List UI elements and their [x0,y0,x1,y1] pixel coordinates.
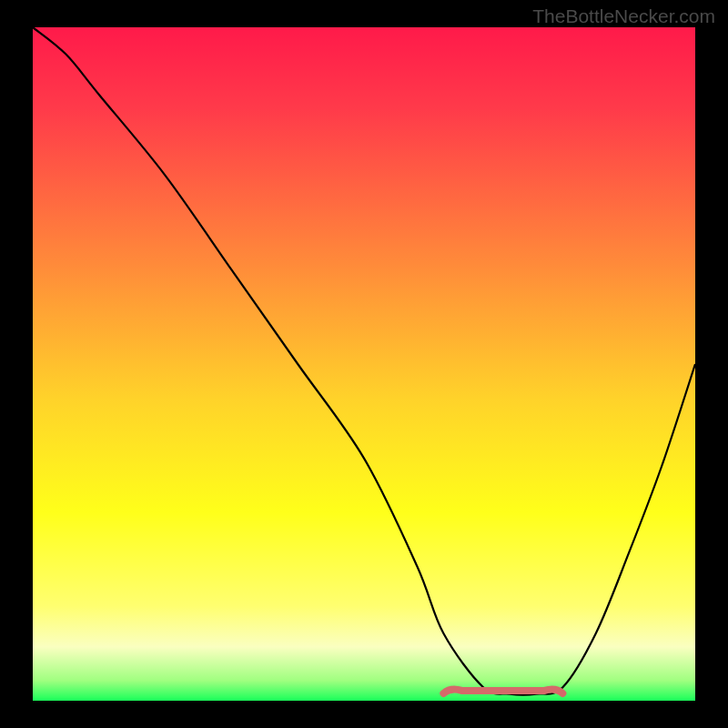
bottleneck-curve [33,27,695,701]
watermark-text: TheBottleNecker.com [532,5,715,27]
plot-area [33,27,695,701]
